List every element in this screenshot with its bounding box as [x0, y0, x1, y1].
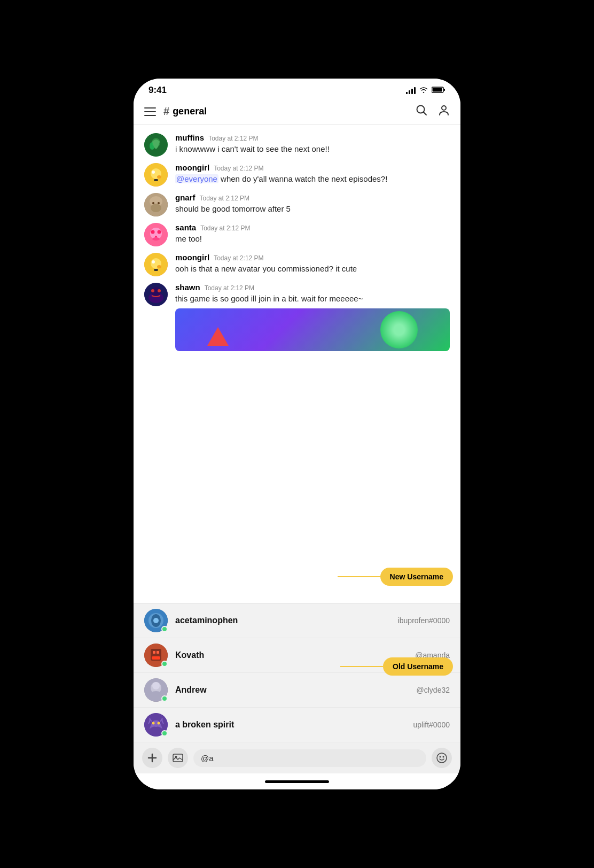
member-username: uplift#0000 [413, 720, 450, 729]
svg-rect-29 [154, 269, 158, 271]
svg-point-55 [437, 753, 447, 763]
signal-bar-2 [409, 90, 410, 94]
list-item[interactable]: Kovath @amanda [134, 638, 460, 673]
message-header: gnarf Today at 2:12 PM [175, 193, 450, 202]
image-button[interactable] [168, 748, 188, 768]
avatar [144, 253, 168, 276]
message-text: me too! [175, 233, 450, 244]
message-username: santa [175, 223, 196, 232]
svg-point-12 [157, 175, 161, 179]
svg-point-24 [152, 237, 160, 241]
message-content: muffins Today at 2:12 PM i knowwww i can… [175, 133, 450, 154]
member-display-name: acetaminophen [175, 616, 390, 625]
message-text: should be good tomorrow after 5 [175, 203, 450, 214]
message-timestamp: Today at 2:12 PM [205, 284, 254, 292]
svg-point-49 [152, 722, 155, 725]
message-username: muffins [175, 133, 204, 142]
svg-line-4 [424, 112, 427, 115]
svg-point-56 [440, 756, 441, 758]
avatar [144, 133, 168, 157]
svg-rect-13 [154, 179, 158, 181]
member-username: ibuprofen#0000 [398, 616, 450, 625]
status-icons [406, 86, 446, 95]
emoji-button[interactable] [432, 748, 452, 768]
message-username: gnarf [175, 193, 196, 202]
message-header: muffins Today at 2:12 PM [175, 133, 450, 142]
avatar [144, 283, 168, 306]
message-text: ooh is that a new avatar you commissione… [175, 263, 450, 274]
add-button[interactable] [142, 748, 162, 768]
member-avatar-wrap [144, 713, 168, 737]
wifi-icon [419, 86, 428, 95]
table-row: gnarf Today at 2:12 PM should be good to… [134, 190, 460, 220]
table-row: santa Today at 2:12 PM me too! [134, 220, 460, 250]
message-username: moongirl [175, 253, 209, 262]
message-username: moongirl [175, 163, 209, 172]
svg-point-28 [157, 265, 161, 268]
message-content: shawn Today at 2:12 PM this game is so g… [175, 283, 450, 351]
message-username: shawn [175, 283, 200, 292]
signal-bars-icon [406, 87, 416, 94]
message-content: santa Today at 2:12 PM me too! [175, 223, 450, 244]
message-header: shawn Today at 2:12 PM [175, 283, 450, 292]
message-timestamp: Today at 2:12 PM [200, 224, 250, 232]
member-display-name: Andrew [175, 685, 409, 695]
online-status-dot [161, 626, 168, 632]
svg-point-46 [152, 682, 160, 689]
member-username: @clyde32 [417, 686, 450, 694]
phone-frame: 9:41 [134, 79, 460, 789]
message-text: @everyone when do y'all wanna watch the … [175, 173, 450, 184]
svg-rect-41 [153, 651, 155, 654]
message-content: gnarf Today at 2:12 PM should be good to… [175, 193, 450, 214]
svg-point-22 [158, 230, 161, 234]
message-timestamp: Today at 2:12 PM [214, 254, 263, 262]
svg-point-57 [443, 756, 444, 758]
member-avatar-wrap [144, 678, 168, 702]
list-item[interactable]: acetaminophen ibuprofen#0000 [134, 603, 460, 638]
signal-bar-3 [411, 89, 413, 94]
svg-rect-2 [433, 88, 442, 91]
list-item[interactable]: a broken spirit uplift#0000 [134, 708, 460, 742]
message-timestamp: Today at 2:12 PM [200, 195, 249, 202]
message-input-value: @a [201, 754, 214, 763]
message-content: moongirl Today at 2:12 PM ooh is that a … [175, 253, 450, 274]
member-avatar-wrap [144, 644, 168, 667]
table-row: moongirl Today at 2:12 PM @everyone when… [134, 160, 460, 190]
members-area: acetaminophen ibuprofen#0000 Kovath @a [134, 603, 460, 742]
mention-everyone: @everyone [175, 174, 218, 183]
list-item[interactable]: Andrew @clyde32 [134, 673, 460, 708]
members-icon[interactable] [438, 104, 450, 119]
member-username: @amanda [415, 651, 450, 660]
member-display-name: Kovath [175, 650, 408, 660]
hamburger-line-2 [144, 111, 156, 112]
online-status-dot [161, 730, 168, 737]
status-bar: 9:41 [134, 79, 460, 99]
table-row: muffins Today at 2:12 PM i knowwww i can… [134, 130, 460, 160]
search-icon[interactable] [416, 104, 427, 119]
svg-point-21 [151, 230, 155, 234]
svg-rect-1 [444, 89, 446, 91]
header-left: # general [144, 105, 207, 118]
table-row: moongirl Today at 2:12 PM ooh is that a … [134, 250, 460, 280]
battery-icon [432, 86, 446, 95]
message-input[interactable]: @a [193, 749, 426, 767]
channel-name-text: general [173, 106, 207, 117]
message-header: moongirl Today at 2:12 PM [175, 163, 450, 172]
hash-icon: # [163, 105, 169, 118]
svg-point-18 [158, 202, 160, 204]
input-bar: @a [134, 742, 460, 773]
message-content: moongirl Today at 2:12 PM @everyone when… [175, 163, 450, 184]
svg-point-5 [442, 106, 446, 110]
member-display-name: a broken spirit [175, 720, 405, 730]
avatar [144, 223, 168, 246]
svg-rect-43 [152, 656, 160, 660]
hamburger-line-1 [144, 107, 156, 108]
svg-point-16 [151, 204, 161, 212]
message-timestamp: Today at 2:12 PM [214, 165, 263, 172]
signal-bar-1 [406, 92, 408, 94]
hamburger-menu-button[interactable] [144, 107, 156, 116]
table-row: shawn Today at 2:12 PM this game is so g… [134, 280, 460, 354]
message-header: moongirl Today at 2:12 PM [175, 253, 450, 262]
image-decoration-2 [207, 327, 229, 346]
message-text: i knowwww i can't wait to see the next o… [175, 143, 450, 154]
